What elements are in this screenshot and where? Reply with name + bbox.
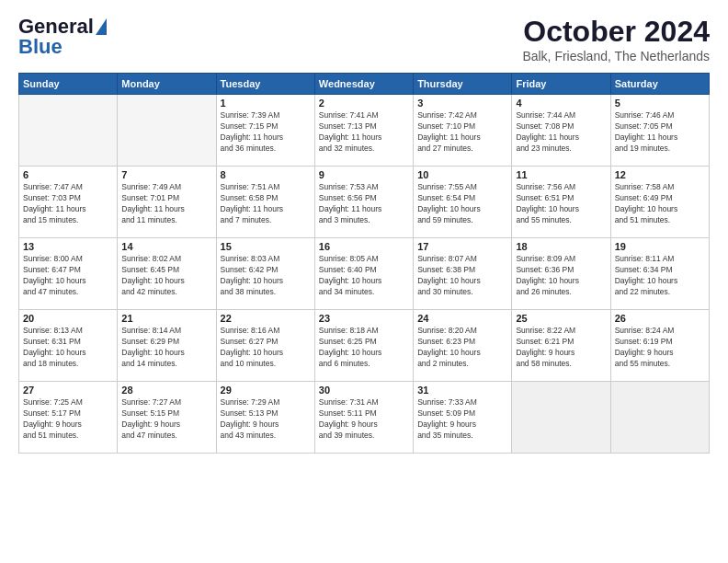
day-info: Sunrise: 7:58 AM Sunset: 6:49 PM Dayligh… <box>615 182 705 226</box>
calendar-cell: 19Sunrise: 8:11 AM Sunset: 6:34 PM Dayli… <box>610 238 709 310</box>
day-number: 26 <box>615 313 705 324</box>
day-number: 24 <box>417 313 507 324</box>
calendar-cell: 10Sunrise: 7:55 AM Sunset: 6:54 PM Dayli… <box>414 167 512 238</box>
day-number: 23 <box>319 313 409 324</box>
location: Balk, Friesland, The Netherlands <box>522 49 710 63</box>
day-info: Sunrise: 8:02 AM Sunset: 6:45 PM Dayligh… <box>121 254 211 298</box>
day-number: 5 <box>615 98 705 109</box>
day-info: Sunrise: 7:39 AM Sunset: 7:15 PM Dayligh… <box>221 110 311 155</box>
day-number: 16 <box>319 241 409 252</box>
day-number: 13 <box>23 241 113 252</box>
day-info: Sunrise: 8:20 AM Sunset: 6:23 PM Dayligh… <box>417 326 507 370</box>
title-block: October 2024 Balk, Friesland, The Nether… <box>522 15 710 63</box>
day-number: 10 <box>417 169 507 180</box>
day-info: Sunrise: 7:44 AM Sunset: 7:08 PM Dayligh… <box>516 110 606 155</box>
weekday-header-row: SundayMondayTuesdayWednesdayThursdayFrid… <box>19 74 710 95</box>
day-number: 20 <box>23 313 113 324</box>
calendar-cell: 16Sunrise: 8:05 AM Sunset: 6:40 PM Dayli… <box>314 238 413 310</box>
calendar-week-5: 27Sunrise: 7:25 AM Sunset: 5:17 PM Dayli… <box>19 382 710 454</box>
calendar-cell: 5Sunrise: 7:46 AM Sunset: 7:05 PM Daylig… <box>610 95 709 167</box>
calendar-cell: 13Sunrise: 8:00 AM Sunset: 6:47 PM Dayli… <box>19 238 118 310</box>
weekday-header-saturday: Saturday <box>610 74 709 95</box>
calendar-cell: 30Sunrise: 7:31 AM Sunset: 5:11 PM Dayli… <box>314 382 413 454</box>
calendar-cell: 4Sunrise: 7:44 AM Sunset: 7:08 PM Daylig… <box>512 95 610 167</box>
day-info: Sunrise: 7:33 AM Sunset: 5:09 PM Dayligh… <box>417 397 507 442</box>
day-number: 12 <box>615 169 705 180</box>
day-number: 4 <box>516 98 606 109</box>
calendar-week-2: 6Sunrise: 7:47 AM Sunset: 7:03 PM Daylig… <box>19 167 710 238</box>
calendar-cell <box>19 95 118 167</box>
calendar-cell <box>512 382 610 454</box>
day-info: Sunrise: 7:47 AM Sunset: 7:03 PM Dayligh… <box>23 182 113 226</box>
calendar-cell: 26Sunrise: 8:24 AM Sunset: 6:19 PM Dayli… <box>610 310 709 382</box>
day-number: 7 <box>121 169 211 180</box>
day-number: 29 <box>221 385 311 396</box>
calendar-cell: 3Sunrise: 7:42 AM Sunset: 7:10 PM Daylig… <box>414 95 512 167</box>
day-info: Sunrise: 7:53 AM Sunset: 6:56 PM Dayligh… <box>319 182 409 226</box>
day-number: 22 <box>221 313 311 324</box>
calendar-cell: 20Sunrise: 8:13 AM Sunset: 6:31 PM Dayli… <box>19 310 118 382</box>
calendar-cell: 18Sunrise: 8:09 AM Sunset: 6:36 PM Dayli… <box>512 238 610 310</box>
calendar-week-4: 20Sunrise: 8:13 AM Sunset: 6:31 PM Dayli… <box>19 310 710 382</box>
day-number: 6 <box>23 169 113 180</box>
calendar-cell: 31Sunrise: 7:33 AM Sunset: 5:09 PM Dayli… <box>414 382 512 454</box>
day-info: Sunrise: 8:24 AM Sunset: 6:19 PM Dayligh… <box>615 326 705 370</box>
day-number: 9 <box>319 169 409 180</box>
calendar-cell: 7Sunrise: 7:49 AM Sunset: 7:01 PM Daylig… <box>118 167 216 238</box>
day-info: Sunrise: 7:31 AM Sunset: 5:11 PM Dayligh… <box>319 397 409 442</box>
calendar-cell: 1Sunrise: 7:39 AM Sunset: 7:15 PM Daylig… <box>216 95 314 167</box>
day-number: 19 <box>615 241 705 252</box>
calendar-cell: 23Sunrise: 8:18 AM Sunset: 6:25 PM Dayli… <box>314 310 413 382</box>
weekday-header-sunday: Sunday <box>19 74 118 95</box>
day-info: Sunrise: 8:14 AM Sunset: 6:29 PM Dayligh… <box>121 326 211 370</box>
weekday-header-monday: Monday <box>118 74 216 95</box>
day-number: 17 <box>417 241 507 252</box>
calendar-cell <box>610 382 709 454</box>
day-info: Sunrise: 7:46 AM Sunset: 7:05 PM Dayligh… <box>615 110 705 155</box>
calendar-cell: 28Sunrise: 7:27 AM Sunset: 5:15 PM Dayli… <box>118 382 216 454</box>
day-info: Sunrise: 7:42 AM Sunset: 7:10 PM Dayligh… <box>417 110 507 155</box>
header: General Blue October 2024 Balk, Frieslan… <box>18 15 710 63</box>
day-number: 3 <box>417 98 507 109</box>
day-info: Sunrise: 7:56 AM Sunset: 6:51 PM Dayligh… <box>516 182 606 226</box>
calendar-cell <box>118 95 216 167</box>
day-info: Sunrise: 8:00 AM Sunset: 6:47 PM Dayligh… <box>23 254 113 298</box>
calendar-cell: 27Sunrise: 7:25 AM Sunset: 5:17 PM Dayli… <box>19 382 118 454</box>
day-number: 30 <box>319 385 409 396</box>
weekday-header-wednesday: Wednesday <box>314 74 413 95</box>
calendar-cell: 22Sunrise: 8:16 AM Sunset: 6:27 PM Dayli… <box>216 310 314 382</box>
day-info: Sunrise: 7:25 AM Sunset: 5:17 PM Dayligh… <box>23 397 113 442</box>
calendar-cell: 29Sunrise: 7:29 AM Sunset: 5:13 PM Dayli… <box>216 382 314 454</box>
logo: General Blue <box>18 15 107 59</box>
day-number: 2 <box>319 98 409 109</box>
day-info: Sunrise: 7:49 AM Sunset: 7:01 PM Dayligh… <box>121 182 211 226</box>
calendar-cell: 17Sunrise: 8:07 AM Sunset: 6:38 PM Dayli… <box>414 238 512 310</box>
logo-blue: Blue <box>18 35 63 59</box>
day-number: 11 <box>516 169 606 180</box>
calendar-cell: 6Sunrise: 7:47 AM Sunset: 7:03 PM Daylig… <box>19 167 118 238</box>
day-info: Sunrise: 7:51 AM Sunset: 6:58 PM Dayligh… <box>221 182 311 226</box>
calendar-cell: 9Sunrise: 7:53 AM Sunset: 6:56 PM Daylig… <box>314 167 413 238</box>
calendar-cell: 14Sunrise: 8:02 AM Sunset: 6:45 PM Dayli… <box>118 238 216 310</box>
calendar-cell: 8Sunrise: 7:51 AM Sunset: 6:58 PM Daylig… <box>216 167 314 238</box>
calendar-cell: 25Sunrise: 8:22 AM Sunset: 6:21 PM Dayli… <box>512 310 610 382</box>
calendar-cell: 2Sunrise: 7:41 AM Sunset: 7:13 PM Daylig… <box>314 95 413 167</box>
calendar-week-3: 13Sunrise: 8:00 AM Sunset: 6:47 PM Dayli… <box>19 238 710 310</box>
day-number: 18 <box>516 241 606 252</box>
day-number: 27 <box>23 385 113 396</box>
weekday-header-tuesday: Tuesday <box>216 74 314 95</box>
day-info: Sunrise: 8:11 AM Sunset: 6:34 PM Dayligh… <box>615 254 705 298</box>
day-info: Sunrise: 8:18 AM Sunset: 6:25 PM Dayligh… <box>319 326 409 370</box>
day-info: Sunrise: 8:22 AM Sunset: 6:21 PM Dayligh… <box>516 326 606 370</box>
day-info: Sunrise: 7:29 AM Sunset: 5:13 PM Dayligh… <box>221 397 311 442</box>
day-number: 25 <box>516 313 606 324</box>
day-info: Sunrise: 7:41 AM Sunset: 7:13 PM Dayligh… <box>319 110 409 155</box>
month-title: October 2024 <box>522 15 710 49</box>
weekday-header-friday: Friday <box>512 74 610 95</box>
calendar-week-1: 1Sunrise: 7:39 AM Sunset: 7:15 PM Daylig… <box>19 95 710 167</box>
calendar-cell: 21Sunrise: 8:14 AM Sunset: 6:29 PM Dayli… <box>118 310 216 382</box>
day-number: 31 <box>417 385 507 396</box>
day-info: Sunrise: 8:03 AM Sunset: 6:42 PM Dayligh… <box>221 254 311 298</box>
day-info: Sunrise: 8:09 AM Sunset: 6:36 PM Dayligh… <box>516 254 606 298</box>
logo-triangle-icon <box>96 18 107 35</box>
